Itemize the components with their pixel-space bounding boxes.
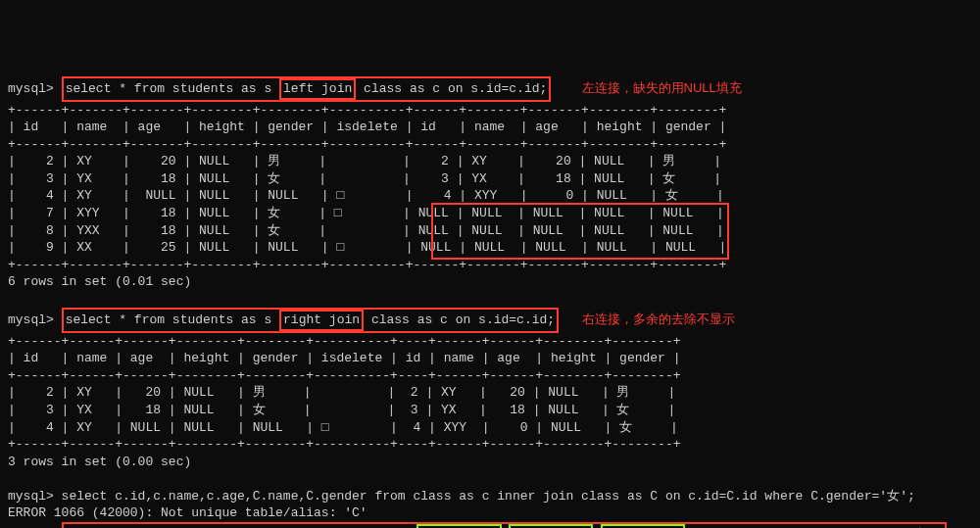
query-left-join-box: select * from students as s left join cl…: [62, 76, 552, 102]
table-divider: +------+------+------+--------+--------+…: [8, 437, 681, 452]
table-divider: +------+-------+-------+--------+-------…: [8, 137, 726, 152]
right-join-keyword-box: right join: [279, 310, 364, 331]
table-divider: +------+-------+-------+--------+-------…: [8, 103, 726, 118]
mysql-prompt: mysql>: [8, 312, 54, 327]
left-join-keyword-box: left join: [279, 78, 356, 100]
table-row: | 4 | XY | NULL | NULL | NULL | □ | 4 | …: [8, 188, 724, 203]
table-divider: +------+------+------+--------+--------+…: [8, 368, 681, 383]
left-join-annotation: 左连接，缺失的用NULL填充: [582, 80, 742, 95]
table-row: | 7 | XYY | 18 | NULL | 女 | □ | NULL | N…: [8, 206, 724, 220]
table-row: | 8 | YXX | 18 | NULL | 女 | | NULL | NUL…: [8, 223, 724, 238]
query-text: class as c on s.id=c.id;: [356, 81, 547, 96]
query-right-join-box: select * from students as s right join c…: [62, 308, 560, 333]
table-divider: +------+-------+-------+--------+-------…: [8, 258, 726, 272]
query-self-join-box: select c.id,c.name,c.age,s.name,s.gender…: [62, 522, 947, 528]
error-line: ERROR 1066 (42000): Not unique table/ali…: [8, 505, 368, 520]
table-row: | 3 | YX | 18 | NULL | 女 | | 3 | YX | 18…: [8, 171, 721, 186]
class-c-box: class as c: [416, 524, 501, 528]
table-divider: +------+------+------+--------+--------+…: [8, 334, 681, 349]
right-join-annotation: 右连接，多余的去除不显示: [582, 312, 735, 326]
left-join-result-block: | 2 | XY | 20 | NULL | 男 | | 2 | XY | 20…: [8, 153, 726, 256]
table-row: | 9 | XX | 25 | NULL | NULL | □ | NULL |…: [8, 240, 726, 255]
class-s-box: class as s: [601, 524, 685, 528]
table-row: | 2 | XY | 20 | NULL | 男 | | 2 | XY | 20…: [8, 154, 721, 168]
query-text: select * from students as s: [66, 81, 279, 96]
mysql-prompt: mysql>: [8, 81, 54, 96]
result-footer: 6 rows in set (0.01 sec): [8, 274, 191, 289]
query-text: select * from students as s: [66, 312, 279, 327]
table-row: | 4 | XY | NULL | NULL | NULL | □ | 4 | …: [8, 420, 678, 435]
table-header-row: | id | name | age | height | gender | is…: [8, 351, 681, 365]
result-footer: 3 rows in set (0.00 sec): [8, 455, 191, 469]
terminal-output: mysql> select * from students as s left …: [8, 76, 972, 528]
table-header-row: | id | name | age | height | gender | is…: [8, 120, 726, 134]
table-row: | 2 | XY | 20 | NULL | 男 | | 2 | XY | 20…: [8, 385, 675, 400]
table-row: | 3 | YX | 18 | NULL | 女 | | 3 | YX | 18…: [8, 403, 675, 417]
inner-join-keyword-box: inner join: [509, 524, 593, 528]
query-self-join-error: mysql> select c.id,c.name,c.age,C.name,C…: [8, 489, 915, 504]
query-text: class as c on s.id=c.id;: [364, 312, 555, 327]
